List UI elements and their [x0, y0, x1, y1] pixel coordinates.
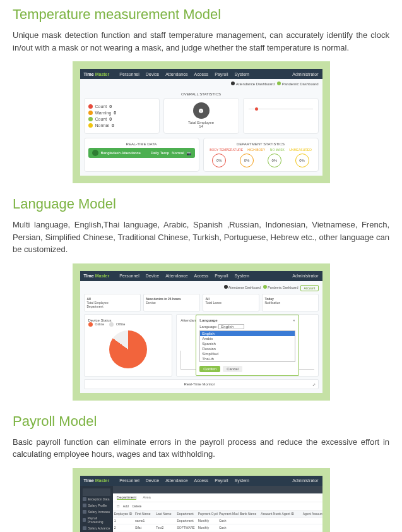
dept-card: DEPARTMENT STATISTICS BODY TEMPERATURE H…: [203, 138, 319, 172]
sidebar-item[interactable]: Salary Increase: [83, 509, 110, 515]
main-nav: Personnel Device Attendance Access Payro…: [119, 72, 292, 76]
lang-option[interactable]: Spanish: [200, 341, 294, 346]
tab[interactable]: Department: [117, 495, 136, 500]
emp-pill[interactable]: Bangladesh Attendance Daily Temp Normal …: [88, 148, 195, 158]
nav-item[interactable]: Device: [146, 274, 159, 278]
dot-icon: [88, 111, 93, 115]
menu-icon: [83, 526, 86, 530]
tabstrip: Department Area: [113, 493, 322, 502]
nav-item[interactable]: Access: [194, 274, 209, 278]
table-row[interactable]: 1name1DepartmentMonthlyCash: [113, 517, 322, 524]
realtime-title: Real-Time Monitor: [184, 382, 215, 386]
table-header: Agent ID: [281, 511, 302, 517]
menu-icon: [83, 510, 86, 514]
table-row[interactable]: 2SifatTest2SOFTWAREMonthlyCash: [113, 524, 322, 531]
app: Time Master Personnel Device Attendance …: [80, 271, 322, 393]
dashboard-mode-attendance[interactable]: Attendance Dashboard: [231, 82, 275, 86]
nav-item[interactable]: Attendance: [165, 72, 187, 76]
gauge: 0%: [268, 154, 281, 167]
emp-status: Normal: [172, 151, 184, 155]
dashboard-toggle[interactable]: Pandemic Dashboard: [263, 285, 298, 291]
lang-option[interactable]: Russian: [200, 346, 294, 351]
nav-item[interactable]: Personnel: [119, 72, 139, 76]
section-payroll: Payroll Model Basic payroll function can…: [13, 413, 389, 533]
sidebar-item[interactable]: Salary Profile: [83, 502, 110, 509]
nav-item[interactable]: System: [235, 72, 249, 76]
expand-icon[interactable]: ⤢: [312, 382, 316, 387]
gauge: 0%: [240, 154, 254, 167]
table-cell: 1: [113, 517, 134, 524]
total-emp-value: 14: [168, 124, 235, 128]
close-icon[interactable]: ×: [293, 318, 295, 322]
sidebar-item[interactable]: Salary Advance: [83, 525, 110, 531]
sidebar-item[interactable]: Payroll Processing: [83, 515, 110, 525]
sidebar: Exception DataSalary ProfileSalary Incre…: [80, 486, 113, 533]
dashboard-mode-pandemic[interactable]: Pandemic Dashboard: [277, 82, 318, 86]
dept-label: HIGH BODY: [247, 148, 265, 152]
payroll-table: Employee IDFirst NameLast NameDepartment…: [113, 511, 322, 533]
nav-item[interactable]: Access: [194, 478, 209, 483]
cancel-button[interactable]: Cancel: [223, 366, 242, 372]
dot-icon: [88, 123, 93, 128]
table-cell: [239, 524, 259, 531]
nav-item[interactable]: Personnel: [119, 478, 139, 483]
language-select[interactable]: English: [218, 324, 244, 329]
nav-item[interactable]: Personnel: [119, 274, 139, 278]
checkbox-icon[interactable]: ☐: [117, 504, 119, 508]
nav-item[interactable]: System: [235, 274, 249, 278]
nav-item[interactable]: System: [235, 478, 249, 483]
admin-label[interactable]: Administrator: [292, 478, 318, 483]
dept-title: DEPARTMENT STATISTICS: [208, 142, 314, 146]
nav-item[interactable]: Payroll: [215, 274, 228, 278]
emp-name: Bangladesh Attendance: [101, 151, 141, 155]
nav-item[interactable]: Device: [146, 72, 159, 76]
total-emp-card: ☻ Total Employee 14: [163, 98, 239, 134]
table-cell: [259, 524, 280, 531]
app: Time Master Personnel Device Attendance …: [80, 476, 322, 533]
table-cell: 2: [113, 524, 134, 531]
app-header: Time Master Personnel Device Attendance …: [80, 69, 322, 79]
table-cell: Sifat: [134, 524, 155, 531]
nav-item[interactable]: Device: [146, 478, 159, 483]
summary-card: New device in 24 hoursDevice: [143, 294, 200, 311]
lang-option[interactable]: Simplified: [200, 351, 294, 356]
confirm-button[interactable]: Confirm: [199, 366, 220, 372]
table-cell: [281, 524, 302, 531]
dot-icon: [88, 117, 93, 121]
dashboard-toggle[interactable]: Attendance Dashboard: [224, 285, 261, 291]
modal-title: Language: [199, 318, 217, 322]
add-button[interactable]: Add: [123, 504, 129, 508]
table-header: Account Number: [259, 511, 280, 517]
section-title: Payroll Model: [13, 413, 389, 430]
table-header: Payment Mode: [218, 511, 239, 517]
stat-line: Warning 0: [88, 111, 155, 115]
table-cell: [302, 524, 322, 531]
table-cell: [239, 517, 259, 524]
table-header: Payment Cycle: [197, 511, 218, 517]
main-nav: Personnel Device Attendance Access Payro…: [119, 274, 292, 278]
table-cell: Monthly: [197, 517, 218, 524]
progress-card: [243, 98, 319, 134]
tab[interactable]: Area: [143, 495, 151, 500]
avatar-icon: [92, 150, 98, 156]
lang-option[interactable]: Thai-th: [200, 356, 294, 361]
nav-item[interactable]: Attendance: [165, 274, 187, 278]
table-header: Bank Name: [239, 511, 259, 517]
nav-item[interactable]: Access: [194, 72, 209, 76]
delete-button[interactable]: Delete: [133, 504, 141, 508]
nav-item[interactable]: Payroll: [215, 478, 228, 483]
nav-item[interactable]: Attendance: [165, 478, 187, 483]
sidebar-item[interactable]: Exception Data: [83, 496, 110, 502]
admin-label[interactable]: Administrator: [292, 72, 318, 76]
app: Time Master Personnel Device Attendance …: [80, 69, 322, 176]
lang-option[interactable]: English: [200, 331, 294, 336]
account-button[interactable]: Account: [300, 285, 318, 291]
table-cell: Cash: [218, 517, 239, 524]
dashboard-toggle: Attendance Dashboard Pandemic Dashboard: [80, 79, 322, 88]
admin-label[interactable]: Administrator: [292, 274, 318, 278]
lang-option[interactable]: Arabic: [200, 336, 294, 341]
screenshot-frame: Time Master Personnel Device Attendance …: [73, 468, 330, 533]
sidebar-toolbar: [83, 488, 110, 496]
gauge: 0%: [295, 154, 309, 167]
nav-item[interactable]: Payroll: [215, 72, 228, 76]
